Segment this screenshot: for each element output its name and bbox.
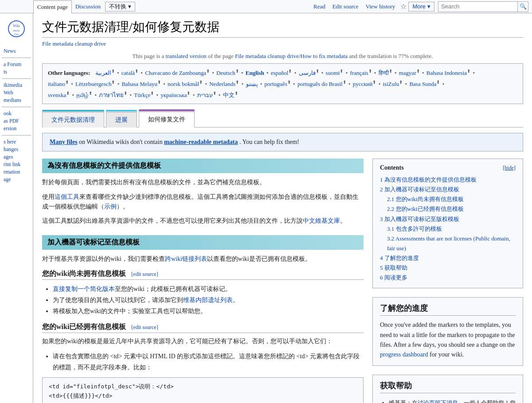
sidebar-link-pages[interactable]: ages — [0, 153, 33, 161]
sidebar-link-ts[interactable]: ts — [0, 68, 33, 76]
lang-english[interactable]: English — [246, 70, 264, 76]
action-edit-source[interactable]: Edit source — [329, 3, 362, 10]
example-link[interactable]: 示例 — [104, 203, 117, 210]
subsection-no-template: 您的wiki尚未拥有信息模板 [edit source] 直接复制一个简化版本至… — [42, 269, 364, 317]
code-block: <td id="fileinfotpl_desc">说明：</td> <td>{… — [42, 377, 364, 403]
action-view-history[interactable]: View history — [362, 3, 399, 10]
lang-magyar[interactable]: magyar — [399, 70, 416, 76]
toc-link-5[interactable]: 5 获取帮助 — [380, 264, 407, 271]
section-1: 為沒有信息模板的文件提供信息模板 對於每個頁面，我們需要找出所有沒有信息模板的文… — [42, 159, 364, 226]
lang-bahasa-melayu[interactable]: Bahasa Melayu — [121, 81, 157, 87]
sidebar-link-wikimedia[interactable]: ikimedia — [0, 81, 33, 89]
sidebar-link-web[interactable]: Web — [0, 89, 33, 97]
sidebar-link-page[interactable]: age — [0, 176, 33, 183]
lang-italiano[interactable]: italiano — [48, 81, 65, 87]
breadcrumb[interactable]: File metadata cleanup drive — [42, 40, 106, 47]
lang-nederlands[interactable]: Nederlands — [209, 81, 235, 87]
lang-ukrainian[interactable]: українська — [160, 92, 187, 98]
lang-espanol[interactable]: español — [271, 70, 289, 76]
sidebar-link-pdf[interactable]: as PDF — [0, 117, 33, 125]
toc-link-3-2[interactable]: 3.2 Assessments that are not licenses (P… — [387, 235, 510, 252]
machine-readable-metadata-link[interactable]: machine-readable metadata — [164, 139, 238, 145]
lang-deutsch[interactable]: Deutsch — [216, 70, 235, 76]
lang-thai[interactable]: ภาษาไทย — [99, 92, 124, 98]
toc-hide-button[interactable]: [hide] — [503, 165, 516, 171]
tab-file-metadata-cleanup[interactable]: 文件元数据清理 — [42, 112, 104, 128]
tab-discussion[interactable]: Discussion — [72, 0, 104, 13]
lang-svenska[interactable]: svenska — [48, 92, 66, 98]
toc-title: Contents [hide] — [380, 164, 516, 171]
chinese-wikisource-link[interactable]: 中文維基文庫 — [303, 217, 340, 224]
sidebar-divider-2 — [2, 78, 31, 79]
action-read[interactable]: Read — [310, 3, 329, 10]
lang-portugues[interactable]: português — [265, 81, 287, 87]
banner-text-middle: on Wikimedia wikis don't contain — [79, 139, 164, 145]
lang-hindi[interactable]: हिन्दी — [379, 70, 389, 76]
page-layout: Wiki media WIKI News a Forum ts ikimedia… — [0, 13, 532, 403]
subsection-has-template-title: 您的wiki已经拥有信息模板 [edit source] — [42, 322, 364, 333]
lang-isizulu[interactable]: isiZulu — [383, 81, 399, 87]
lang-tamil[interactable]: தமிழ் — [76, 92, 89, 98]
wiki-internal-list-link[interactable]: 维基内部遗址列表 — [183, 297, 233, 303]
sidebar-link-medians[interactable]: medians — [0, 97, 33, 104]
search-button[interactable]: 🔍 — [518, 1, 528, 12]
toc-link-2[interactable]: 2 加入機器可读标记至信息模板 — [380, 186, 459, 193]
section-1-header: 為沒有信息模板的文件提供信息模板 — [42, 159, 364, 173]
svg-text:Wiki: Wiki — [13, 24, 20, 28]
toc-link-3[interactable]: 3 加入機器可读标记至版权模板 — [380, 216, 459, 222]
subsection-has-template-edit[interactable]: [edit source] — [131, 324, 158, 330]
sidebar-link-information[interactable]: rmation — [0, 168, 33, 176]
lang-norsk[interactable]: norsk bokmål — [168, 81, 199, 87]
section-2: 加入機器可读标记至信息模板 对于维基共享资源以外的wiki，我们需要检查跨wik… — [42, 235, 364, 403]
toc-link-1[interactable]: 1 為沒有信息模板的文件提供信息模板 — [380, 176, 477, 183]
lang-russian[interactable]: русский — [353, 81, 373, 87]
lang-catala[interactable]: català — [121, 70, 135, 76]
lang-chavacano[interactable]: Chavacano de Zamboanga — [145, 70, 206, 76]
cross-wiki-list-link[interactable]: 跨wiki链接列表 — [165, 256, 207, 262]
tab-how-to-fix[interactable]: 如何修复文件 — [139, 112, 195, 128]
lang-pashto[interactable]: پښتو — [246, 81, 258, 87]
talk-page-link[interactable]: 讨论页留下消息 — [418, 399, 458, 403]
lang-hebrew[interactable]: עברית — [197, 92, 213, 98]
progress-dashboard-link[interactable]: progress dashboard — [380, 351, 428, 358]
toc-link-4[interactable]: 4 了解您的進度 — [380, 255, 419, 261]
lang-francais[interactable]: français — [350, 70, 368, 76]
lang-turkce[interactable]: Türkçe — [134, 92, 150, 98]
lang-suomi[interactable]: suomi — [326, 70, 340, 76]
language-dropdown[interactable]: 不转换 ▾ — [105, 2, 135, 12]
toc-link-6[interactable]: 6 阅读更多 — [380, 274, 407, 281]
this-tool-link[interactable]: 這個工具 — [55, 194, 79, 200]
original-page-link[interactable]: File metadata cleanup drive/How to fix m… — [235, 53, 348, 59]
list-item: 直接复制一个简化版本至您的wiki；此模板已拥有机器可读标记。 — [53, 283, 364, 294]
lang-portugues-brasil[interactable]: português do Brasil — [297, 81, 343, 87]
sidebar-link-book[interactable]: ook — [0, 110, 33, 117]
toc-link-3-1[interactable]: 3.1 包含多許可的模板 — [387, 225, 442, 232]
many-files-link[interactable]: Many files — [50, 139, 78, 145]
main-content-area: 文件元数据清理/如何修复元数据 File metadata cleanup dr… — [33, 13, 532, 403]
lang-bahasa-indonesia[interactable]: Bahasa Indonesia — [426, 70, 467, 76]
search-icon: 🔍 — [520, 3, 527, 10]
toc-link-2-2[interactable]: 2.2 您的wiki已经拥有信息模板 — [387, 205, 464, 212]
toc-item-2-1: 2.1 您的wiki尚未拥有信息模板 — [387, 194, 516, 204]
sidebar-link-version[interactable]: ersion — [0, 125, 33, 132]
translated-version-link[interactable]: translated version — [166, 53, 207, 59]
search-input[interactable] — [438, 1, 518, 12]
sidebar-link-changes[interactable]: hanges — [0, 146, 33, 153]
tab-content-page[interactable]: Content page — [33, 0, 72, 14]
lang-farsi[interactable]: فارسی — [299, 70, 316, 76]
star-icon[interactable]: ☆ — [399, 2, 408, 11]
sidebar-link-forum[interactable]: a Forum — [0, 61, 33, 68]
lang-letzeburgesch[interactable]: Lëtzebuergesch — [75, 81, 111, 87]
lang-chinese[interactable]: 中文 — [223, 92, 235, 98]
section-1-para-1: 對於每個頁面，我們需要找出所有沒有信息模板的文件，並為它們補充信息模板。 — [42, 178, 364, 187]
toc-link-2-1[interactable]: 2.1 您的wiki尚未拥有信息模板 — [387, 196, 464, 202]
copy-template-link[interactable]: 直接复制一个简化版本 — [53, 286, 115, 292]
lang-arabic[interactable]: العربية — [95, 70, 111, 76]
subsection-no-template-edit[interactable]: [edit source] — [131, 271, 158, 277]
sidebar-link-news[interactable]: News — [0, 47, 33, 55]
more-dropdown[interactable]: More ▾ — [408, 2, 434, 12]
tab-progress[interactable]: 进展 — [106, 112, 137, 128]
lang-basa-sunda[interactable]: Basa Sunda — [409, 81, 436, 87]
sidebar-link-here[interactable]: s here — [0, 138, 33, 146]
sidebar-link-printlink[interactable]: rint link — [0, 161, 33, 168]
